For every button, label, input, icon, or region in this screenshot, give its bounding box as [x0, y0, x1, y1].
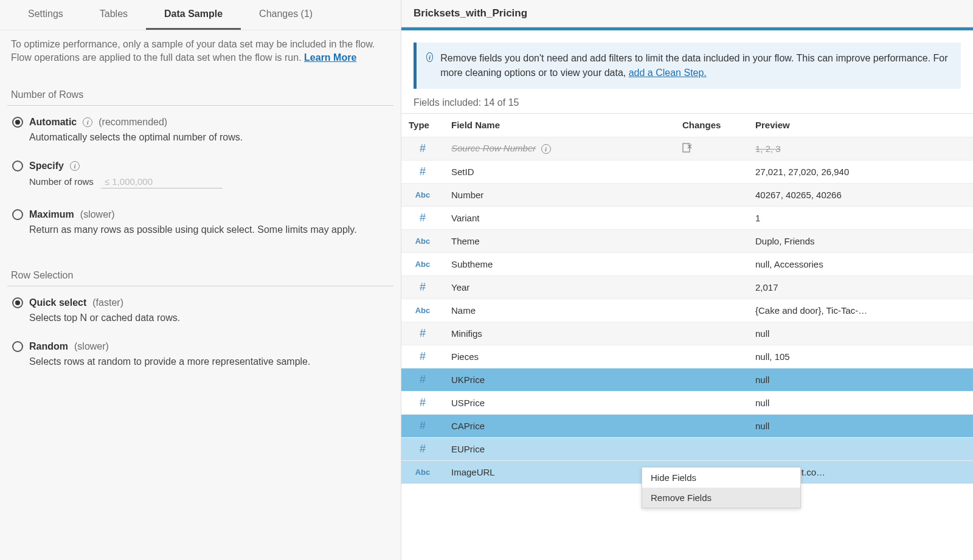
row-selection-random-option[interactable]: Random (slower) Selects rows at random t…: [12, 341, 389, 369]
preview-value: null: [755, 375, 769, 385]
num-rows-input[interactable]: [101, 175, 223, 188]
preview-value: 2,017: [755, 282, 778, 292]
changes-cell: [675, 368, 748, 391]
number-type-icon: #: [401, 437, 444, 460]
table-row[interactable]: #Minifigsnull: [401, 322, 973, 345]
context-menu-hide-fields[interactable]: Hide Fields: [642, 468, 800, 488]
table-row[interactable]: #CAPricenull: [401, 414, 973, 437]
num-rows-specify-option[interactable]: Specify i Number of rows: [12, 161, 389, 188]
row-selection-quick-desc: Selects top N or cached data rows.: [29, 311, 389, 325]
num-rows-automatic-desc: Automatically selects the optimal number…: [29, 130, 389, 145]
info-icon[interactable]: i: [70, 161, 80, 171]
tab-changes[interactable]: Changes (1): [241, 0, 331, 30]
field-name-cell: UKPrice: [444, 368, 675, 391]
row-selection-quick-label: Quick select: [29, 297, 86, 308]
table-row[interactable]: #USPricenull: [401, 391, 973, 414]
tab-settings[interactable]: Settings: [10, 0, 81, 30]
string-type-icon: Abc: [401, 460, 444, 483]
number-type-icon: #: [401, 275, 444, 299]
row-selection-quick-option[interactable]: Quick select (faster) Selects top N or c…: [12, 297, 389, 325]
number-type-icon: #: [401, 391, 444, 414]
sample-note-line2: Flow operations are applied to the full …: [11, 52, 304, 63]
changes-cell: [675, 229, 748, 252]
field-name-cell: SetID: [444, 160, 675, 183]
table-row[interactable]: #Variant1: [401, 206, 973, 229]
divider: [7, 105, 393, 106]
context-menu: Hide Fields Remove Fields: [642, 467, 801, 508]
changes-cell: [675, 137, 748, 160]
field-name-cell: Subtheme: [444, 252, 675, 275]
preview-value: 40267, 40265, 40266: [755, 190, 842, 200]
field-name-label: Theme: [451, 236, 480, 246]
radio-icon: [12, 117, 23, 128]
row-selection-quick-hint: (faster): [92, 297, 123, 308]
row-selection-group: Quick select (faster) Selects top N or c…: [0, 297, 401, 369]
add-clean-step-link[interactable]: add a Clean Step.: [629, 67, 707, 78]
table-row[interactable]: #Source Row Number i1, 2, 3: [401, 137, 973, 160]
field-name-cell: Number: [444, 183, 675, 206]
num-rows-group: Automatic i (recommended) Automatically …: [0, 117, 401, 237]
th-field-name[interactable]: Field Name: [444, 114, 675, 137]
field-name-cell: Variant: [444, 206, 675, 229]
field-name-label: Year: [451, 282, 469, 292]
info-icon[interactable]: i: [541, 144, 551, 154]
section-row-selection: Row Selection: [0, 253, 401, 286]
num-rows-maximum-label: Maximum: [29, 209, 74, 220]
accent-bar: [401, 27, 973, 30]
number-type-icon: #: [401, 137, 444, 160]
field-name-cell: ImageURL: [444, 460, 675, 483]
changes-cell: [675, 299, 748, 322]
th-preview[interactable]: Preview: [748, 114, 973, 137]
dataset-title: Bricksets_with_Pricing: [401, 0, 973, 27]
table-row[interactable]: AbcName{Cake and door}, Tic-Tac-…: [401, 299, 973, 322]
preview-cell: null, Accessories: [748, 252, 973, 275]
preview-value: Duplo, Friends: [755, 236, 815, 246]
row-selection-random-desc: Selects rows at random to provide a more…: [29, 354, 389, 369]
changes-cell: [675, 160, 748, 183]
string-type-icon: Abc: [401, 229, 444, 252]
changes-cell: [675, 183, 748, 206]
table-row[interactable]: AbcNumber40267, 40265, 40266: [401, 183, 973, 206]
changes-cell: [675, 391, 748, 414]
table-row[interactable]: #Piecesnull, 105: [401, 345, 973, 368]
table-row[interactable]: #Year2,017: [401, 275, 973, 299]
string-type-icon: Abc: [401, 183, 444, 206]
info-icon[interactable]: i: [83, 117, 92, 127]
num-rows-automatic-option[interactable]: Automatic i (recommended) Automatically …: [12, 117, 389, 145]
table-row[interactable]: #EUPrice: [401, 437, 973, 460]
context-menu-remove-fields[interactable]: Remove Fields: [642, 488, 800, 508]
left-panel: Settings Tables Data Sample Changes (1) …: [0, 0, 401, 560]
table-row[interactable]: AbcSubthemenull, Accessories: [401, 252, 973, 275]
preview-cell: 1, 2, 3: [748, 137, 973, 160]
changes-cell: [675, 437, 748, 460]
field-name-label: Source Row Number: [451, 143, 536, 153]
remove-field-icon[interactable]: [682, 143, 692, 153]
tab-data-sample[interactable]: Data Sample: [146, 0, 241, 30]
learn-more-link[interactable]: Learn More: [304, 52, 356, 63]
num-rows-automatic-hint: (recommended): [99, 117, 167, 128]
preview-value: {Cake and door}, Tic-Tac-…: [755, 305, 867, 316]
num-rows-specify-label: Specify: [29, 161, 64, 171]
field-name-cell: Year: [444, 275, 675, 299]
number-type-icon: #: [401, 160, 444, 183]
preview-cell: Duplo, Friends: [748, 229, 973, 252]
th-changes[interactable]: Changes: [675, 114, 748, 137]
num-rows-maximum-desc: Return as many rows as possible using qu…: [29, 223, 389, 237]
num-rows-maximum-option[interactable]: Maximum (slower) Return as many rows as …: [12, 209, 389, 237]
row-selection-random-hint: (slower): [74, 341, 109, 352]
th-type[interactable]: Type: [401, 114, 444, 137]
field-name-label: USPrice: [451, 398, 485, 408]
field-name-cell: Minifigs: [444, 322, 675, 345]
tab-bar: Settings Tables Data Sample Changes (1): [0, 0, 401, 30]
table-row[interactable]: AbcThemeDuplo, Friends: [401, 229, 973, 252]
preview-cell: [748, 437, 973, 460]
string-type-icon: Abc: [401, 299, 444, 322]
field-name-cell: EUPrice: [444, 437, 675, 460]
table-row[interactable]: #SetID27,021, 27,020, 26,940: [401, 160, 973, 183]
preview-cell: null: [748, 391, 973, 414]
table-row[interactable]: #UKPricenull: [401, 368, 973, 391]
preview-cell: 27,021, 27,020, 26,940: [748, 160, 973, 183]
tab-tables[interactable]: Tables: [81, 0, 146, 30]
preview-cell: null: [748, 368, 973, 391]
preview-cell: null: [748, 322, 973, 345]
